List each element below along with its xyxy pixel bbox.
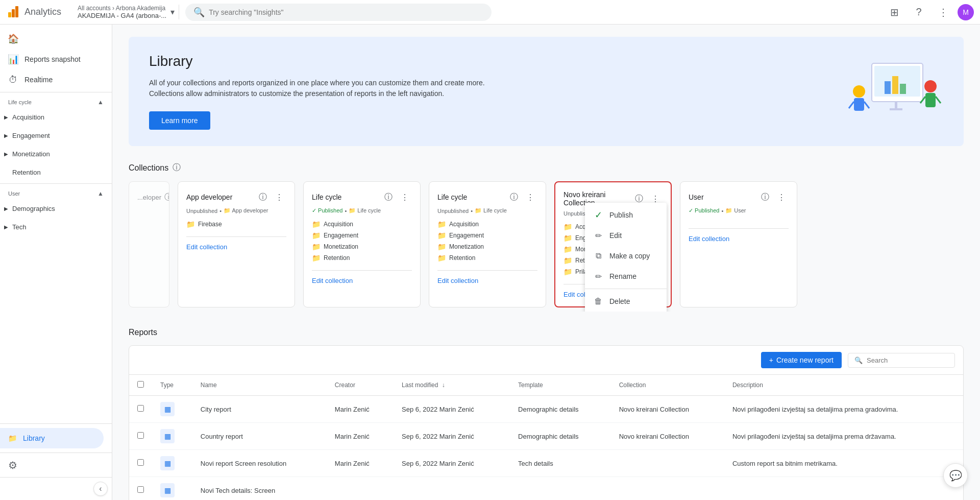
learn-more-button[interactable]: Learn more <box>149 111 210 130</box>
card-5-info-icon[interactable]: ⓘ <box>758 190 772 204</box>
create-report-button[interactable]: + Create new report <box>761 352 842 368</box>
card-5-more-icon[interactable]: ⋮ <box>774 190 789 204</box>
help-icon[interactable]: ? <box>909 2 929 22</box>
realtime-icon: ⏱ <box>8 75 18 85</box>
sidebar-home[interactable]: 🏠 <box>0 29 112 49</box>
reports-search-box[interactable]: 🔍 <box>848 353 955 368</box>
svg-rect-7 <box>900 84 906 94</box>
settings-btn[interactable]: ⚙ <box>0 453 112 477</box>
context-publish[interactable]: ✓ Publish <box>585 205 667 225</box>
row-desc-2: Novi prilagođeni izvještaj sa detaljima … <box>724 423 963 450</box>
hero-svg <box>841 53 943 130</box>
card-info-icon[interactable]: ⓘ <box>161 190 169 204</box>
search-bar[interactable]: 🔍 <box>185 4 492 21</box>
expand-icon-2: ▶ <box>4 133 8 138</box>
select-all-checkbox[interactable] <box>137 381 144 388</box>
collection-card-novo: Novo kreirani Collection ⓘ ⋮ Unpublished… <box>554 181 672 307</box>
sidebar-retention[interactable]: Retention <box>0 163 112 181</box>
svg-rect-9 <box>890 108 902 110</box>
create-btn-label: Create new report <box>776 356 834 364</box>
edit-collection-1[interactable]: Edit collection <box>186 243 227 251</box>
row-name-1: City report <box>192 396 327 423</box>
row-modified-3: Sep 6, 2022 Marin Zenić <box>394 450 510 477</box>
row-checkbox-1[interactable] <box>137 405 144 412</box>
reports-header-row: Type Name Creator Last modified ↓ Templa… <box>129 375 963 396</box>
user-section: User ▲ <box>0 186 112 199</box>
row-checkbox-3[interactable] <box>137 459 144 466</box>
card-items-1: 📁 Firebase <box>186 220 286 228</box>
current-account: AKADEMIJA - GA4 (arbona-... <box>78 12 166 19</box>
sidebar-reports-snapshot[interactable]: 📊 Reports snapshot <box>0 49 112 69</box>
svg-line-17 <box>936 97 941 103</box>
card-item-acq-2: 📁Acquisition <box>312 220 412 228</box>
row-type-3: ▦ <box>152 450 192 477</box>
search-icon: 🔍 <box>193 7 205 18</box>
delete-icon: 🗑 <box>593 296 603 306</box>
col-creator: Creator <box>327 375 394 396</box>
context-edit[interactable]: ✏ Edit <box>585 225 667 246</box>
dropdown-icon: ▾ <box>170 7 175 17</box>
sidebar-demographics[interactable]: ▶ Demographics <box>0 199 112 218</box>
copy-icon: ⧉ <box>593 251 603 261</box>
monetization-label: Monetization <box>12 150 50 158</box>
row-creator-4 <box>327 477 394 501</box>
sidebar-engagement[interactable]: ▶ Engagement <box>0 126 112 145</box>
context-rename[interactable]: ✏ Rename <box>585 266 667 287</box>
folder-icon-4e: 📁 <box>564 268 572 276</box>
card-2-more-icon[interactable]: ⋮ <box>398 190 412 204</box>
type-icon-3: ▦ <box>160 456 175 470</box>
card-meta-5: ✓ Published• 📁 User <box>689 207 789 214</box>
sidebar-tech[interactable]: ▶ Tech <box>0 218 112 236</box>
expand-icon-5: ▶ <box>4 224 8 230</box>
sidebar-acquisition[interactable]: ▶ Acquisition <box>0 108 112 126</box>
sidebar-library[interactable]: 📁 Library <box>0 428 104 448</box>
card-3-more-icon[interactable]: ⋮ <box>523 190 537 204</box>
col-description: Description <box>724 375 963 396</box>
reports-title-row: Reports <box>129 328 964 337</box>
apps-icon[interactable]: ⊞ <box>884 2 904 22</box>
context-copy[interactable]: ⧉ Make a copy <box>585 246 667 266</box>
folder-icon-4b: 📁 <box>564 234 572 242</box>
card-item-mon-2: 📁Monetization <box>312 243 412 251</box>
folder-icon-3a: 📁 <box>437 220 446 228</box>
row-template-4 <box>510 477 611 501</box>
sidebar-monetization[interactable]: ▶ Monetization <box>0 145 112 163</box>
context-delete[interactable]: 🗑 Delete <box>585 291 667 312</box>
row-checkbox-2[interactable] <box>137 432 144 439</box>
card-1-more-icon[interactable]: ⋮ <box>272 190 286 204</box>
home-icon: 🏠 <box>8 34 18 44</box>
card-2-info-icon[interactable]: ⓘ <box>381 190 396 204</box>
card-header-1: App developer ⓘ ⋮ <box>186 190 286 204</box>
row-desc-1: Novi prilagođeni izvještaj sa detaljima … <box>724 396 963 423</box>
user-label: User <box>8 191 20 197</box>
edit-collection-3[interactable]: Edit collection <box>437 277 478 284</box>
collections-info-icon[interactable]: ⓘ <box>173 162 181 173</box>
main-layout: 🏠 📊 Reports snapshot ⏱ Realtime Life cyc… <box>0 25 980 500</box>
edit-collection-2[interactable]: Edit collection <box>312 277 353 284</box>
user-avatar[interactable]: M <box>958 4 974 20</box>
search-input[interactable] <box>209 8 483 16</box>
edit-icon: ✏ <box>593 230 603 241</box>
card-1-info-icon[interactable]: ⓘ <box>256 190 270 204</box>
edit-collection-5[interactable]: Edit collection <box>689 235 729 243</box>
account-selector[interactable]: All accounts › Arbona Akademija AKADEMIJ… <box>74 5 179 19</box>
more-options-icon[interactable]: ⋮ <box>933 2 953 22</box>
row-type-1: ▦ <box>152 396 192 423</box>
reports-table-body: ▦ City report Marin Zenić Sep 6, 2022 Ma… <box>129 396 963 501</box>
col-name: Name <box>192 375 327 396</box>
type-icon-2: ▦ <box>160 429 175 443</box>
row-checkbox-4[interactable] <box>137 486 144 493</box>
collapse-sidebar-btn[interactable]: ‹ <box>93 482 108 496</box>
logo[interactable]: Analytics <box>6 5 67 19</box>
library-icon: 📁 <box>8 434 17 442</box>
reports-search-input[interactable] <box>867 356 948 364</box>
folder-icon-4c: 📁 <box>564 245 572 253</box>
svg-rect-11 <box>854 98 864 111</box>
sidebar-realtime[interactable]: ⏱ Realtime <box>0 69 112 90</box>
card-3-info-icon[interactable]: ⓘ <box>507 190 521 204</box>
row-modified-1: Sep 6, 2022 Marin Zenić <box>394 396 510 423</box>
chat-button[interactable]: 💬 <box>943 463 968 488</box>
card-item-mon-3: 📁Monetization <box>437 243 537 251</box>
svg-rect-6 <box>892 76 898 94</box>
sidebar-bottom: 📁 Library <box>0 423 112 453</box>
